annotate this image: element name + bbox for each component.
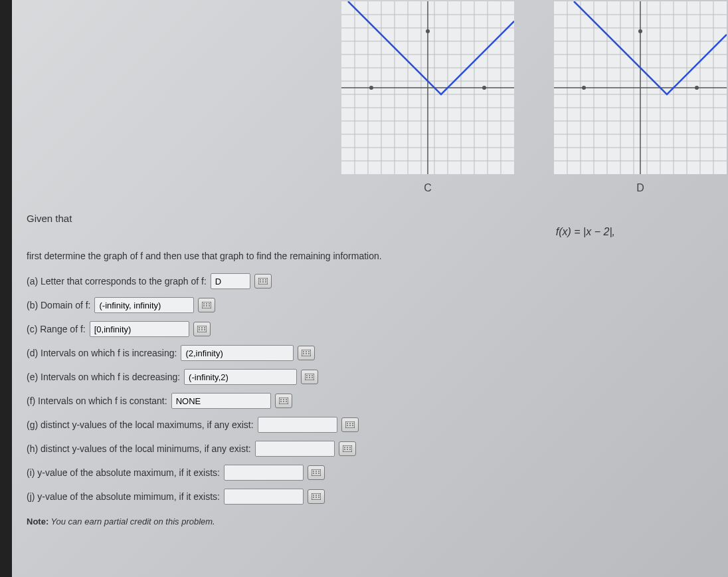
row-j: (j) y-value of the absolute mimimum, if … — [27, 489, 715, 505]
input-a[interactable] — [211, 273, 250, 289]
graph-c-wrap: C — [341, 1, 514, 194]
svg-point-59 — [638, 29, 642, 33]
instruction: first determine the graph of f and then … — [27, 251, 715, 261]
svg-rect-123 — [312, 493, 321, 500]
label-j: (j) y-value of the absolute mimimum, if … — [27, 491, 220, 502]
keypad-button-j[interactable] — [308, 489, 325, 504]
row-e: (e) Intervals on which f is decreasing: — [27, 369, 715, 385]
row-f: (f) Intervals on which f is constant: — [27, 393, 715, 409]
input-g[interactable] — [258, 417, 337, 433]
label-d: (d) Intervals on which f is increasing: — [27, 348, 177, 358]
input-h[interactable] — [255, 441, 335, 457]
label-e: (e) Intervals on which f is decreasing: — [27, 372, 180, 382]
input-d[interactable] — [181, 345, 294, 361]
svg-rect-116 — [312, 469, 321, 476]
svg-point-57 — [582, 86, 586, 90]
row-b: (b) Domain of f: — [27, 297, 715, 313]
keypad-button-d[interactable] — [298, 346, 315, 360]
label-c: (c) Range of f: — [27, 324, 86, 334]
svg-point-58 — [695, 86, 699, 90]
window-edge — [0, 0, 12, 577]
label-a: (a) Letter that corresponds to the graph… — [27, 276, 207, 287]
svg-rect-88 — [305, 374, 314, 380]
svg-rect-67 — [202, 302, 211, 308]
label-f: (f) Intervals on which f is constant: — [27, 396, 167, 406]
keypad-button-h[interactable] — [339, 441, 356, 456]
svg-rect-74 — [197, 326, 207, 332]
problem-content: Given that first determine the graph of … — [27, 213, 715, 526]
graph-d — [554, 1, 727, 174]
keypad-button-c[interactable] — [193, 322, 211, 336]
svg-point-29 — [426, 29, 430, 33]
graph-d-wrap: D — [554, 1, 727, 194]
svg-rect-60 — [258, 278, 268, 285]
row-c: (c) Range of f: — [27, 321, 715, 337]
svg-point-27 — [369, 86, 373, 90]
input-i[interactable] — [224, 465, 304, 481]
label-b: (b) Domain of f: — [27, 300, 90, 310]
note-rest: You can earn partial credit on this prob… — [48, 517, 215, 526]
given-that: Given that — [27, 213, 715, 224]
row-i: (i) y-value of the absolute maximum, if … — [27, 465, 715, 481]
row-h: (h) distinct y-values of the local minim… — [27, 441, 715, 457]
keypad-button-i[interactable] — [308, 465, 325, 480]
label-h: (h) distinct y-values of the local minim… — [27, 443, 251, 454]
svg-rect-109 — [343, 445, 352, 452]
graph-d-label: D — [636, 182, 644, 194]
input-b[interactable] — [94, 297, 194, 313]
graph-c — [341, 1, 514, 174]
keypad-button-b[interactable] — [198, 298, 215, 312]
row-g: (g) distinct y-values of the local maxim… — [27, 417, 715, 433]
input-e[interactable] — [184, 369, 297, 385]
keypad-button-g[interactable] — [341, 417, 359, 432]
input-j[interactable] — [224, 489, 304, 505]
keypad-button-a[interactable] — [254, 274, 272, 288]
svg-rect-81 — [302, 350, 311, 356]
keypad-button-f[interactable] — [275, 394, 292, 408]
input-f[interactable] — [171, 393, 271, 409]
keypad-button-e[interactable] — [301, 370, 318, 384]
label-g: (g) distinct y-values of the local maxim… — [27, 419, 254, 430]
graphs-area: C D — [341, 1, 727, 194]
input-c[interactable] — [90, 321, 189, 337]
note: Note: You can earn partial credit on thi… — [27, 517, 715, 526]
row-d: (d) Intervals on which f is increasing: — [27, 345, 715, 361]
label-i: (i) y-value of the absolute maximum, if … — [27, 467, 220, 478]
row-a: (a) Letter that corresponds to the graph… — [27, 273, 715, 289]
note-bold: Note: — [27, 517, 48, 526]
svg-point-28 — [482, 86, 486, 90]
svg-rect-95 — [279, 398, 288, 404]
svg-rect-102 — [345, 421, 355, 428]
graph-c-label: C — [424, 182, 432, 194]
